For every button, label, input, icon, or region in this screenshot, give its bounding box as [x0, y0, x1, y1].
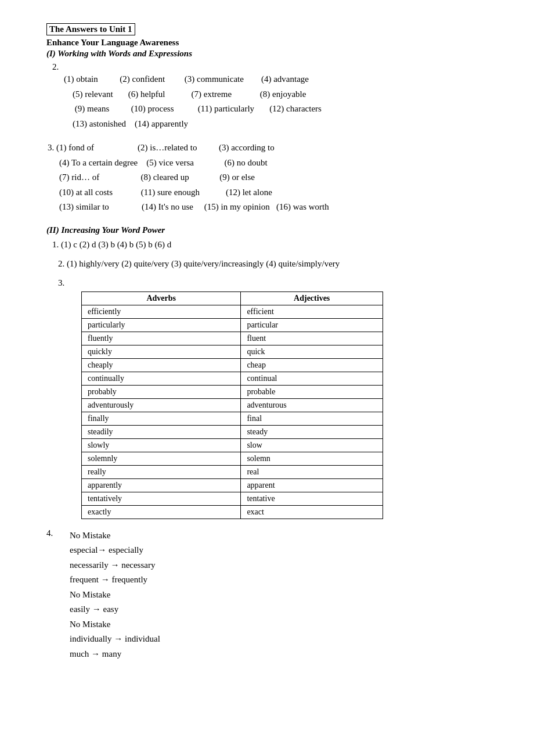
table-cell: final: [241, 412, 383, 425]
table-row: solemnlysolemn: [82, 452, 383, 465]
table-cell: tentatively: [82, 492, 241, 505]
table-cell: apparent: [241, 478, 383, 492]
ii-q3-label: 3.: [58, 278, 488, 288]
table-row: particularlyparticular: [82, 318, 383, 332]
table-row: adventurouslyadventurous: [82, 398, 383, 412]
q4-line: No Mistake: [70, 617, 160, 632]
ii-q1-content: (1) c (2) d (3) b (4) b (5) b (6) d: [61, 240, 171, 249]
table-cell: probable: [241, 385, 383, 398]
table-cell: fluently: [82, 332, 241, 345]
q2-line-3: (9) means (10) process (11) particularly…: [64, 102, 488, 117]
table-cell: exact: [241, 505, 383, 519]
section1-title: Enhance Your Language Awareness: [46, 38, 488, 48]
table-row: quicklyquick: [82, 345, 383, 358]
table-cell: particular: [241, 318, 383, 332]
table-cell: quick: [241, 345, 383, 358]
page-container: The Answers to Unit 1 Enhance Your Langu…: [46, 23, 488, 661]
table-cell: really: [82, 465, 241, 478]
ii-q4-block: 4. No Mistakeespecial→ especiallynecessa…: [46, 528, 488, 662]
table-cell: continually: [82, 372, 241, 385]
table-row: cheaplycheap: [82, 358, 383, 372]
ii-q2-content: (1) highly/very (2) quite/very (3) quite…: [67, 259, 340, 268]
q3-line-0: 3. (1) fond of (2) is…related to (3) acc…: [48, 141, 488, 156]
table-row: probablyprobable: [82, 385, 383, 398]
q4-line: No Mistake: [70, 528, 160, 543]
ii-q1-label: 1.: [52, 240, 61, 249]
table-cell: apparently: [82, 478, 241, 492]
table-cell: steady: [241, 425, 383, 438]
q4-line: individually → individual: [70, 632, 160, 647]
table-cell: efficiently: [82, 305, 241, 318]
table-cell: steadily: [82, 425, 241, 438]
table-cell: particularly: [82, 318, 241, 332]
col-adjectives: Adjectives: [241, 291, 383, 305]
ii-q4-label: 4.: [46, 528, 64, 538]
q3-line-3: (10) at all costs (11) sure enough (12) …: [59, 185, 488, 200]
table-cell: adventurously: [82, 398, 241, 412]
table-row: steadilysteady: [82, 425, 383, 438]
table-cell: continual: [241, 372, 383, 385]
table-cell: tentative: [241, 492, 383, 505]
q2-label: 2.: [52, 62, 59, 71]
page-title: The Answers to Unit 1: [46, 23, 135, 35]
table-cell: solemnly: [82, 452, 241, 465]
table-cell: adventurous: [241, 398, 383, 412]
q3-line-1: (4) To a certain degree (5) vice versa (…: [59, 156, 488, 171]
table-cell: real: [241, 465, 383, 478]
col-adverbs: Adverbs: [82, 291, 241, 305]
table-row: tentativelytentative: [82, 492, 383, 505]
q4-line: much → many: [70, 647, 160, 662]
q3-lines: 3. (1) fond of (2) is…related to (3) acc…: [48, 141, 488, 215]
q4-line: especial→ especially: [70, 543, 160, 558]
ii-q1-block: 1. (1) c (2) d (3) b (4) b (5) b (6) d: [52, 240, 488, 250]
table-cell: solemn: [241, 452, 383, 465]
subsection1-title: (I) Working with Words and Expressions: [46, 49, 488, 59]
table-row: finallyfinal: [82, 412, 383, 425]
ii-q2-block: 2. (1) highly/very (2) quite/very (3) qu…: [58, 259, 488, 269]
ii-q2-label: 2.: [58, 259, 67, 268]
ii-q3-block: 3. Adverbs Adjectives efficientlyefficie…: [46, 278, 488, 519]
table-cell: slowly: [82, 438, 241, 452]
subsection2-title: (II) Increasing Your Word Power: [46, 225, 488, 235]
q3-block: 3. (1) fond of (2) is…related to (3) acc…: [48, 141, 488, 215]
q3-line-4: (13) similar to (14) It's no use (15) in…: [59, 200, 488, 215]
table-row: exactlyexact: [82, 505, 383, 519]
q4-line: easily → easy: [70, 602, 160, 617]
table-cell: efficient: [241, 305, 383, 318]
table-cell: cheap: [241, 358, 383, 372]
table-row: continuallycontinual: [82, 372, 383, 385]
ii-q4-lines: No Mistakeespecial→ especiallynecessaril…: [70, 528, 160, 662]
table-cell: probably: [82, 385, 241, 398]
table-cell: quickly: [82, 345, 241, 358]
table-cell: fluent: [241, 332, 383, 345]
table-row: slowlyslow: [82, 438, 383, 452]
q4-line: necessarily → necessary: [70, 558, 160, 573]
table-cell: cheaply: [82, 358, 241, 372]
q4-line: frequent → frequently: [70, 573, 160, 588]
q2-lines: (1) obtain (2) confident (3) communicate…: [64, 72, 488, 131]
table-row: reallyreal: [82, 465, 383, 478]
q2-line-4: (13) astonished (14) apparently: [64, 117, 488, 132]
q2-block: 2. (1) obtain (2) confident (3) communic…: [52, 62, 488, 131]
table-row: fluentlyfluent: [82, 332, 383, 345]
table-row: efficientlyefficient: [82, 305, 383, 318]
table-cell: slow: [241, 438, 383, 452]
q4-line: No Mistake: [70, 588, 160, 603]
table-row: apparentlyapparent: [82, 478, 383, 492]
q2-line-1: (1) obtain (2) confident (3) communicate…: [64, 72, 488, 87]
q2-line-2: (5) relevant (6) helpful (7) extreme (8)…: [64, 87, 488, 102]
table-cell: finally: [82, 412, 241, 425]
q3-line-2: (7) rid… of (8) cleared up (9) or else: [59, 170, 488, 185]
word-table: Adverbs Adjectives efficientlyefficientp…: [81, 291, 383, 519]
table-cell: exactly: [82, 505, 241, 519]
